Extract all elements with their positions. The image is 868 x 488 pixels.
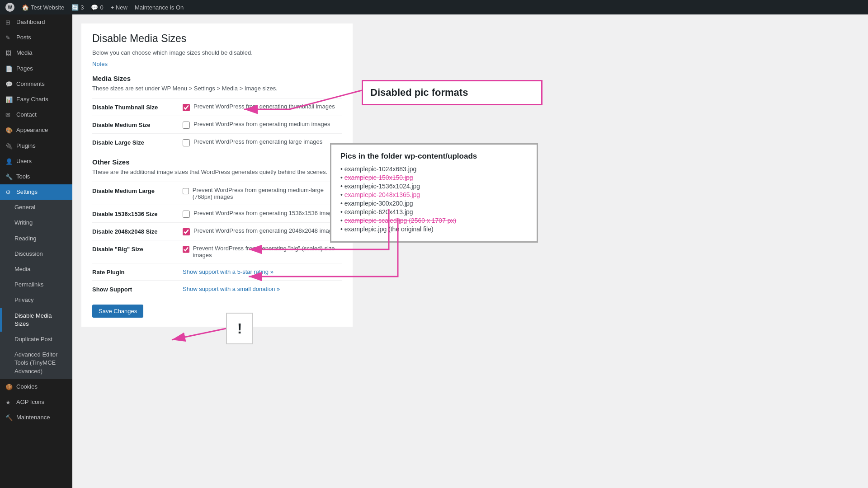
other-sizes-title: Other Sizes bbox=[92, 158, 342, 166]
option-row-medium-large: Disable Medium Large Prevent WordPress f… bbox=[92, 182, 342, 205]
option-control-medium-large: Prevent WordPress from generating medium… bbox=[183, 187, 342, 200]
sidebar-item-appearance[interactable]: 🎨 Appearance bbox=[0, 122, 72, 138]
checkbox-medium-large[interactable] bbox=[183, 188, 189, 195]
contact-icon: ✉ bbox=[5, 111, 13, 118]
option-label-large: Disable Large Size bbox=[92, 138, 183, 146]
checkbox-1536[interactable] bbox=[183, 211, 190, 218]
option-text-2048: Prevent WordPress from generating 2048x2… bbox=[193, 227, 339, 234]
media-sizes-title: Media Sizes bbox=[92, 75, 342, 82]
checkbox-2048[interactable] bbox=[183, 228, 190, 235]
option-control-2048: Prevent WordPress from generating 2048x2… bbox=[183, 227, 339, 235]
site-name-link[interactable]: 🏠 Test Website bbox=[22, 4, 64, 11]
option-row-thumbnail: Disable Thumbnail Size Prevent WordPress… bbox=[92, 98, 342, 116]
option-control-medium: Prevent WordPress from generating medium… bbox=[183, 121, 330, 129]
sidebar-item-cookies[interactable]: 🍪 Cookies bbox=[0, 379, 72, 394]
notes-link[interactable]: Notes bbox=[92, 61, 108, 67]
maintenance-status[interactable]: Maintenance is On bbox=[135, 4, 184, 11]
home-icon: 🏠 bbox=[22, 4, 29, 11]
sidebar-item-writing[interactable]: Writing bbox=[0, 215, 72, 230]
sidebar: ⊞ Dashboard ✎ Posts 🖼 Media 📄 Pages 💬 Co… bbox=[0, 14, 72, 488]
agp-icons-icon: ★ bbox=[5, 399, 13, 406]
option-row-medium: Disable Medium Size Prevent WordPress fr… bbox=[92, 116, 342, 133]
posts-icon: ✎ bbox=[5, 34, 13, 41]
option-text-medium: Prevent WordPress from generating medium… bbox=[193, 121, 330, 127]
option-text-large: Prevent WordPress from generating large … bbox=[193, 138, 322, 145]
show-support-row: Show Support Show support with a small d… bbox=[92, 280, 342, 297]
rate-plugin-label: Rate Plugin bbox=[92, 268, 183, 276]
sidebar-item-pages[interactable]: 📄 Pages bbox=[0, 61, 72, 76]
appearance-icon: 🎨 bbox=[5, 127, 13, 134]
sidebar-item-easy-charts[interactable]: 📊 Easy Charts bbox=[0, 92, 72, 107]
sidebar-item-dashboard[interactable]: ⊞ Dashboard bbox=[0, 14, 72, 30]
sidebar-item-privacy[interactable]: Privacy bbox=[0, 292, 72, 308]
media-sizes-desc: These sizes are set under WP Menu > Sett… bbox=[92, 85, 342, 92]
sidebar-item-plugins[interactable]: 🔌 Plugins bbox=[0, 138, 72, 154]
sidebar-item-users[interactable]: 👤 Users bbox=[0, 154, 72, 169]
cookies-icon: 🍪 bbox=[5, 383, 13, 390]
save-changes-button[interactable]: Save Changes bbox=[92, 305, 143, 318]
users-icon: 👤 bbox=[5, 158, 13, 165]
easy-charts-icon: 📊 bbox=[5, 96, 13, 103]
rate-plugin-row: Rate Plugin Show support with a 5-star r… bbox=[92, 263, 342, 280]
other-sizes-desc: These are the additional image sizes tha… bbox=[92, 169, 342, 175]
option-control-big: Prevent WordPress from generating "big" … bbox=[183, 245, 342, 258]
sidebar-item-disable-media-sizes[interactable]: Disable Media Sizes bbox=[0, 308, 72, 332]
option-label-medium-large: Disable Medium Large bbox=[92, 187, 183, 194]
option-label-1536: Disable 1536x1536 Size bbox=[92, 210, 183, 217]
main-content: Disable Media Sizes Below you can choose… bbox=[72, 14, 868, 488]
disabled-pic-formats-box: Disabled pic formats bbox=[362, 80, 542, 105]
sidebar-item-settings[interactable]: ⚙ Settings bbox=[0, 184, 72, 200]
media-icon: 🖼 bbox=[5, 49, 13, 56]
option-row-1536: Disable 1536x1536 Size Prevent WordPress… bbox=[92, 205, 342, 222]
checkbox-big[interactable] bbox=[183, 246, 189, 253]
sidebar-item-discussion[interactable]: Discussion bbox=[0, 246, 72, 262]
list-item: • examplepic-2048x1365.jpg bbox=[340, 191, 528, 198]
wp-logo-icon: W bbox=[5, 3, 14, 12]
dashboard-icon: ⊞ bbox=[5, 19, 13, 26]
sidebar-item-advanced-editor[interactable]: Advanced Editor Tools (TinyMCE Advanced) bbox=[0, 347, 72, 379]
sidebar-item-media[interactable]: 🖼 Media bbox=[0, 45, 72, 61]
comments-link[interactable]: 💬 0 bbox=[91, 4, 103, 11]
sidebar-item-maintenance[interactable]: 🔨 Maintenance bbox=[0, 410, 72, 425]
page-subtitle: Below you can choose which image sizes s… bbox=[92, 49, 342, 56]
sidebar-item-agp-icons[interactable]: ★ AGP Icons bbox=[0, 394, 72, 410]
sidebar-item-reading[interactable]: Reading bbox=[0, 231, 72, 246]
rate-plugin-link[interactable]: Show support with a 5-star rating » bbox=[183, 268, 274, 275]
option-control-1536: Prevent WordPress from generating 1536x1… bbox=[183, 210, 339, 218]
page-title: Disable Media Sizes bbox=[92, 33, 342, 45]
checkbox-medium[interactable] bbox=[183, 122, 190, 129]
pics-list: • examplepic-1024x683.jpg • examplepic-1… bbox=[340, 165, 528, 233]
sidebar-item-comments[interactable]: 💬 Comments bbox=[0, 76, 72, 92]
sidebar-item-permalinks[interactable]: Permalinks bbox=[0, 277, 72, 292]
content-wrap: Disable Media Sizes Below you can choose… bbox=[81, 23, 353, 327]
sidebar-item-general[interactable]: General bbox=[0, 200, 72, 215]
option-label-big: Disable "Big" Size bbox=[92, 245, 183, 253]
option-row-2048: Disable 2048x2048 Size Prevent WordPress… bbox=[92, 222, 342, 240]
list-item: • examplepic-300x200.jpg bbox=[340, 200, 528, 207]
option-control-large: Prevent WordPress from generating large … bbox=[183, 138, 322, 146]
maintenance-icon: 🔨 bbox=[5, 414, 13, 421]
sidebar-item-media-settings[interactable]: Media bbox=[0, 262, 72, 277]
list-item: • examplepic.jpg (the original file) bbox=[340, 225, 528, 233]
checkbox-thumbnail[interactable] bbox=[183, 104, 190, 111]
sidebar-item-tools[interactable]: 🔧 Tools bbox=[0, 169, 72, 184]
show-support-link[interactable]: Show support with a small donation » bbox=[183, 286, 280, 292]
option-label-2048: Disable 2048x2048 Size bbox=[92, 227, 183, 235]
list-item: • examplepic-1024x683.jpg bbox=[340, 165, 528, 173]
updates-link[interactable]: 🔄 3 bbox=[71, 4, 84, 11]
disabled-pic-formats-text: Disabled pic formats bbox=[370, 87, 468, 98]
pics-in-folder-box: Pics in the folder wp-content/uploads • … bbox=[330, 143, 538, 243]
updates-icon: 🔄 bbox=[71, 4, 79, 11]
sidebar-item-contact[interactable]: ✉ Contact bbox=[0, 107, 72, 122]
wp-logo-button[interactable]: W bbox=[5, 3, 14, 12]
show-support-label: Show Support bbox=[92, 285, 183, 293]
new-content-button[interactable]: + New bbox=[111, 4, 127, 11]
sidebar-item-posts[interactable]: ✎ Posts bbox=[0, 30, 72, 45]
checkbox-large[interactable] bbox=[183, 139, 190, 146]
option-row-large: Disable Large Size Prevent WordPress fro… bbox=[92, 133, 342, 151]
option-label-medium: Disable Medium Size bbox=[92, 121, 183, 128]
sidebar-item-duplicate-post[interactable]: Duplicate Post bbox=[0, 332, 72, 347]
list-item: • examplepic-scaled.jpg (2560 x 1707 px) bbox=[340, 217, 528, 224]
option-text-medium-large: Prevent WordPress from generating medium… bbox=[193, 187, 342, 200]
option-control-thumbnail: Prevent WordPress from generating thumbn… bbox=[183, 103, 335, 111]
